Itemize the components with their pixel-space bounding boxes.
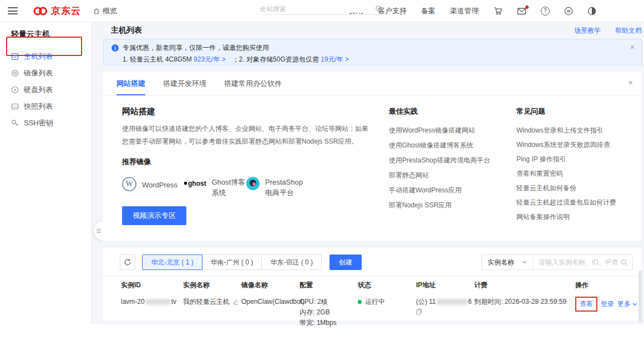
collapse-lines-icon bbox=[97, 229, 101, 233]
cell-status: 运行中 bbox=[358, 293, 416, 307]
view-action-annotated[interactable]: 查看 bbox=[575, 297, 597, 312]
faq-link[interactable]: 查看和重置密码 bbox=[516, 166, 628, 181]
wordpress-logo-icon: W bbox=[122, 177, 136, 191]
section-title: 网站搭建 bbox=[122, 106, 369, 117]
refresh-button[interactable] bbox=[120, 255, 135, 270]
image-ghost[interactable]: ghost Ghost博客系统 bbox=[184, 177, 246, 199]
faq-title: 常见问题 bbox=[516, 106, 628, 116]
sidebar-item-snapshot-list[interactable]: 快照列表 bbox=[0, 98, 91, 115]
cell-instance-name: 我的轻量云主机 bbox=[183, 293, 241, 307]
topbar-nav: 费用 客户支持 备案 渠道管理 ? bbox=[349, 6, 596, 16]
best-practice-link[interactable]: 部署Nodejs SSR应用 bbox=[389, 198, 500, 213]
nav-icp[interactable]: 备案 bbox=[421, 6, 435, 16]
promo-line2: 1. 轻量云主机 4C8G5M 923元/年 > ；2. 对象存储50G资源包仅… bbox=[123, 55, 625, 64]
guide-card: 网站搭建 搭建开发环境 搭建常用办公软件 × 网站搭建 使用镜像可以快速搭建您的… bbox=[103, 72, 642, 241]
topbar: 京东云 概览 费用 客户支持 备案 渠道管理 bbox=[0, 0, 644, 22]
promo-line1: 专属优惠，新老同享，仅限一件，诚邀您购买使用 bbox=[123, 43, 269, 53]
scrollbar-thumb[interactable] bbox=[638, 271, 642, 322]
recommended-images-title: 推荐镜像 bbox=[122, 157, 369, 167]
region-tab-guangzhou[interactable]: 华南-广州 ( 0 ) bbox=[202, 255, 262, 270]
chevron-down-icon bbox=[522, 261, 527, 264]
global-search-input[interactable] bbox=[260, 5, 375, 13]
best-practice-link[interactable]: 使用Ghost镜像搭建博客系统 bbox=[389, 138, 500, 153]
promo-price-link-1[interactable]: 923元/年 > bbox=[194, 55, 226, 63]
messages-icon[interactable] bbox=[517, 7, 526, 15]
instance-toolbar: 华北-北京 ( 1 ) 华南-广州 ( 0 ) 华东-宿迁 ( 0 ) 创建 实… bbox=[103, 255, 642, 270]
help-icon[interactable]: ? bbox=[541, 7, 550, 16]
nav-channel[interactable]: 渠道管理 bbox=[450, 6, 479, 16]
faq-column: 常见问题 Windows登录和上传文件指引 Windows系统登录失败原因排查 … bbox=[516, 106, 628, 224]
search-icon[interactable] bbox=[621, 259, 632, 266]
cell-ip: (公) 116 bbox=[416, 293, 474, 318]
instance-table-card: 华北-北京 ( 1 ) 华南-广州 ( 0 ) 华东-宿迁 ( 0 ) 创建 实… bbox=[103, 248, 642, 320]
ghost-logo-icon: ghost bbox=[184, 180, 206, 187]
table-header: 实例ID 实例名称 镜像名称 配置 状态 IP地址 计费 操作 bbox=[103, 276, 642, 293]
page-title: 主机列表 bbox=[111, 26, 142, 35]
table-row: lavm-20tv 我的轻量云主机 OpenClaw(Clawdbot) CPU… bbox=[103, 293, 642, 328]
menu-icon[interactable] bbox=[8, 7, 18, 14]
edit-name-icon[interactable] bbox=[232, 299, 239, 306]
filter-field-select[interactable]: 实例名称 bbox=[482, 255, 533, 269]
help-docs-link[interactable]: 帮助文档 bbox=[615, 26, 642, 35]
cell-image-name: OpenClaw(Clawdbot) bbox=[241, 293, 300, 307]
tab-website-setup[interactable]: 网站搭建 bbox=[116, 72, 145, 95]
guide-close-icon[interactable]: × bbox=[628, 79, 633, 86]
search-icon[interactable] bbox=[375, 5, 383, 13]
jdcloud-logo[interactable]: 京东云 bbox=[33, 4, 81, 17]
redacted-ip bbox=[437, 299, 468, 305]
home-icon bbox=[93, 8, 100, 14]
faq-link[interactable]: Ping IP 操作指引 bbox=[516, 152, 628, 166]
best-practice-link[interactable]: 手动搭建WordPress应用 bbox=[389, 183, 500, 198]
sidebar-item-host-list[interactable]: 主机列表 bbox=[0, 48, 91, 65]
recommended-images: W WordPress ghost Ghost博客系统 PrestaShop电商… bbox=[122, 177, 369, 199]
tab-dev-environment[interactable]: 搭建开发环境 bbox=[163, 72, 206, 95]
faq-link[interactable]: 网站备案操作说明 bbox=[516, 210, 628, 224]
section-description: 使用镜像可以快速搭建您的个人博客、企业网站、电子商务平台、论坛等网站；如果您需要… bbox=[122, 123, 369, 148]
faq-link[interactable]: 轻量云主机如何备份 bbox=[516, 181, 628, 195]
faq-link[interactable]: 轻量云主机超过流量包后如何计费 bbox=[516, 195, 628, 210]
banner-close-icon[interactable]: × bbox=[630, 43, 635, 51]
best-practice-link[interactable]: 使用PrestaShop搭建跨境电商平台 bbox=[389, 153, 500, 168]
snapshot-list-icon bbox=[11, 103, 19, 110]
promo-price-link-2[interactable]: 19元/年 > bbox=[321, 55, 349, 63]
best-practice-link[interactable]: 使用WordPress镜像搭建网站 bbox=[389, 123, 500, 138]
tab-office-software[interactable]: 搭建常用办公软件 bbox=[224, 72, 282, 95]
login-action[interactable]: 登录 bbox=[601, 299, 614, 309]
image-prestashop[interactable]: PrestaShop电商平台 bbox=[246, 177, 308, 199]
view-action[interactable]: 查看 bbox=[580, 300, 593, 308]
instance-search: 实例名称 bbox=[481, 255, 633, 270]
host-list-icon bbox=[11, 53, 19, 60]
info-icon: i bbox=[111, 44, 119, 52]
scene-tutorial-link[interactable]: 场景教学 bbox=[574, 26, 601, 35]
region-tab-suqian[interactable]: 华东-宿迁 ( 0 ) bbox=[261, 255, 322, 270]
status-dot-running bbox=[358, 300, 362, 304]
image-wordpress[interactable]: W WordPress bbox=[122, 177, 184, 199]
nav-overview[interactable]: 概览 bbox=[93, 6, 117, 16]
cart-icon[interactable] bbox=[493, 7, 503, 16]
copy-ip-icon[interactable] bbox=[416, 308, 422, 315]
sidebar-item-ssh-keys[interactable]: SSH密钥 bbox=[0, 115, 91, 131]
guide-tabs: 网站搭建 搭建开发环境 搭建常用办公软件 bbox=[103, 72, 642, 95]
video-demo-button[interactable]: 视频演示专区 bbox=[122, 206, 186, 225]
theme-toggle-icon[interactable] bbox=[587, 7, 596, 16]
disk-list-icon bbox=[11, 86, 19, 94]
page-header-links: 场景教学 帮助文档 bbox=[574, 26, 642, 35]
create-button[interactable]: 创建 bbox=[329, 255, 362, 270]
cell-actions: 查看 登录 更多 bbox=[575, 293, 640, 312]
chevron-down-icon bbox=[632, 303, 637, 306]
sidebar: 轻量云主机 主机列表 镜像列表 bbox=[0, 22, 92, 324]
best-practice-link[interactable]: 部署静态网站 bbox=[389, 168, 500, 183]
global-search bbox=[260, 5, 383, 15]
sidebar-item-image-list[interactable]: 镜像列表 bbox=[0, 65, 91, 82]
best-practice-column: 最佳实践 使用WordPress镜像搭建网站 使用Ghost镜像搭建博客系统 使… bbox=[389, 106, 500, 224]
brand-name: 京东云 bbox=[51, 4, 81, 17]
more-action[interactable]: 更多 bbox=[617, 299, 637, 309]
console-menu-icon[interactable] bbox=[564, 7, 573, 16]
jdcloud-logo-icon bbox=[33, 6, 48, 16]
instance-search-input[interactable] bbox=[533, 258, 621, 266]
faq-link[interactable]: Windows系统登录失败原因排查 bbox=[516, 138, 628, 152]
region-tab-beijing[interactable]: 华北-北京 ( 1 ) bbox=[142, 255, 202, 270]
faq-link[interactable]: Windows登录和上传文件指引 bbox=[516, 123, 628, 138]
sidebar-menu: 主机列表 镜像列表 硬盘列表 bbox=[0, 48, 91, 131]
sidebar-item-disk-list[interactable]: 硬盘列表 bbox=[0, 82, 91, 98]
